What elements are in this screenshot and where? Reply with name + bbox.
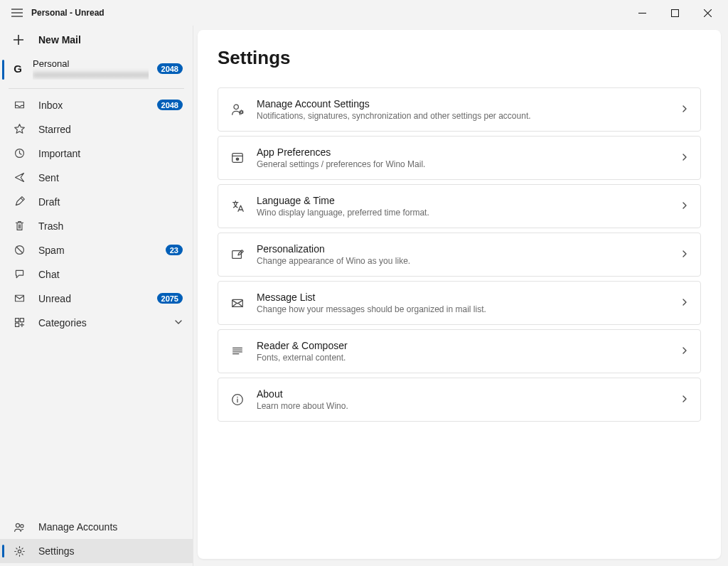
divider — [9, 88, 184, 89]
sidebar-item-label: Spam — [38, 245, 153, 256]
account-icon — [230, 102, 245, 117]
maximize-icon — [671, 9, 679, 17]
settings-item-reader-composer[interactable]: Reader & ComposerFonts, external content… — [218, 329, 701, 373]
svg-rect-6 — [15, 324, 18, 327]
chevron-right-icon — [680, 346, 689, 357]
settings-item-manage-account-settings[interactable]: Manage Account SettingsNotifications, si… — [218, 87, 701, 132]
settings-item-title: Manage Account Settings — [257, 98, 669, 110]
sidebar-footer-settings[interactable]: Settings — [0, 539, 193, 563]
close-icon — [704, 9, 712, 17]
settings-item-title: About — [257, 388, 669, 400]
language-icon — [230, 198, 245, 214]
sidebar-item-important[interactable]: Important — [0, 142, 193, 166]
settings-item-language-time[interactable]: Language & TimeWino display language, pr… — [218, 184, 701, 228]
mail-icon — [13, 292, 26, 305]
info-icon — [230, 392, 245, 407]
sidebar-item-unread[interactable]: Unread2075 — [0, 287, 193, 311]
people-icon — [13, 520, 26, 533]
trash-icon — [13, 220, 26, 233]
page-heading: Settings — [218, 47, 701, 69]
personal-icon — [230, 247, 245, 262]
svg-rect-0 — [671, 9, 678, 16]
settings-list: Manage Account SettingsNotifications, si… — [218, 87, 701, 422]
settings-item-about[interactable]: AboutLearn more about Wino. — [218, 378, 701, 422]
inbox-icon — [13, 99, 26, 112]
svg-point-7 — [16, 523, 19, 527]
svg-rect-3 — [15, 296, 23, 302]
settings-item-title: App Preferences — [257, 146, 669, 158]
settings-item-app-preferences[interactable]: App PreferencesGeneral settings / prefer… — [218, 136, 701, 180]
sidebar-item-label: Unread — [38, 293, 144, 304]
settings-item-desc: Change how your messages should be organ… — [257, 304, 669, 314]
hamburger-icon — [11, 9, 23, 17]
chevron-right-icon — [680, 104, 689, 115]
settings-item-desc: Fonts, external content. — [257, 353, 669, 363]
sidebar-footer-label: Manage Accounts — [38, 521, 183, 533]
chevron-right-icon — [680, 297, 689, 309]
settings-item-message-list[interactable]: Message ListChange how your messages sho… — [218, 281, 701, 325]
sidebar-item-draft[interactable]: Draft — [0, 190, 193, 214]
sidebar-item-label: Draft — [38, 196, 183, 208]
settings-item-desc: Change appearance of Wino as you like. — [257, 256, 669, 266]
chevron-right-icon — [680, 201, 689, 212]
hamburger-button[interactable] — [4, 0, 30, 26]
draft-icon — [13, 196, 26, 208]
nav-list: Inbox2048StarredImportantSentDraftTrashS… — [0, 93, 193, 335]
settings-item-desc: General settings / preferences for Wino … — [257, 159, 669, 169]
block-icon — [13, 244, 26, 257]
chevron-right-icon — [680, 394, 689, 405]
new-mail-label: New Mail — [38, 34, 81, 46]
chevron-down-icon — [174, 317, 183, 329]
svg-rect-5 — [20, 319, 23, 322]
sidebar-footer-label: Settings — [38, 545, 183, 557]
chat-icon — [13, 268, 26, 281]
settings-item-desc: Learn more about Wino. — [257, 401, 669, 411]
settings-item-personalization[interactable]: PersonalizationChange appearance of Wino… — [218, 233, 701, 277]
clock-icon — [13, 147, 26, 160]
account-badge: 2048 — [157, 63, 183, 74]
sidebar-item-label: Inbox — [38, 100, 144, 111]
sidebar-footer-manage-accounts[interactable]: Manage Accounts — [0, 515, 193, 539]
plus-icon — [13, 34, 24, 46]
svg-point-8 — [20, 524, 23, 527]
maximize-button[interactable] — [658, 2, 691, 23]
sidebar-item-chat[interactable]: Chat — [0, 262, 193, 287]
close-button[interactable] — [691, 2, 724, 23]
sidebar-item-label: Sent — [38, 172, 183, 183]
main-content: Settings Manage Account SettingsNotifica… — [198, 30, 721, 559]
account-name: Personal — [33, 58, 149, 70]
new-mail-button[interactable]: New Mail — [0, 26, 193, 54]
minimize-button[interactable] — [626, 2, 658, 23]
window-controls — [626, 2, 724, 23]
sidebar-item-label: Important — [38, 148, 183, 159]
sidebar-item-trash[interactable]: Trash — [0, 214, 193, 238]
svg-point-10 — [234, 105, 238, 109]
account-avatar: G — [11, 63, 24, 75]
sidebar-item-starred[interactable]: Starred — [0, 117, 193, 142]
sidebar-item-inbox[interactable]: Inbox2048 — [0, 93, 193, 117]
svg-rect-4 — [15, 319, 18, 322]
account-email: xxxxxxxxxxxxxxxxxxxxxxxxxxx — [33, 70, 149, 80]
reader-icon — [230, 343, 245, 359]
title-bar: Personal - Unread — [0, 0, 728, 26]
settings-item-desc: Wino display language, preferred time fo… — [257, 208, 669, 218]
settings-item-desc: Notifications, signatures, synchronizati… — [257, 111, 669, 121]
settings-item-title: Personalization — [257, 243, 669, 255]
account-row[interactable]: G Personal xxxxxxxxxxxxxxxxxxxxxxxxxxx 2… — [0, 54, 193, 85]
sidebar-item-spam[interactable]: Spam23 — [0, 238, 193, 262]
appprefs-icon — [230, 150, 245, 166]
minimize-icon — [638, 9, 646, 17]
sidebar-item-label: Categories — [38, 317, 161, 329]
msglist-icon — [230, 295, 245, 311]
sidebar-item-badge: 2048 — [157, 100, 183, 110]
sidebar-item-categories[interactable]: Categories — [0, 311, 193, 335]
chevron-right-icon — [680, 152, 689, 164]
sidebar-item-label: Starred — [38, 124, 183, 135]
gear-icon — [13, 545, 26, 557]
sidebar-item-label: Trash — [38, 220, 183, 232]
sidebar-item-label: Chat — [38, 269, 183, 280]
categories-icon — [13, 316, 26, 329]
sidebar-item-sent[interactable]: Sent — [0, 166, 193, 190]
settings-item-title: Language & Time — [257, 195, 669, 206]
sidebar-item-badge: 2075 — [157, 293, 183, 304]
